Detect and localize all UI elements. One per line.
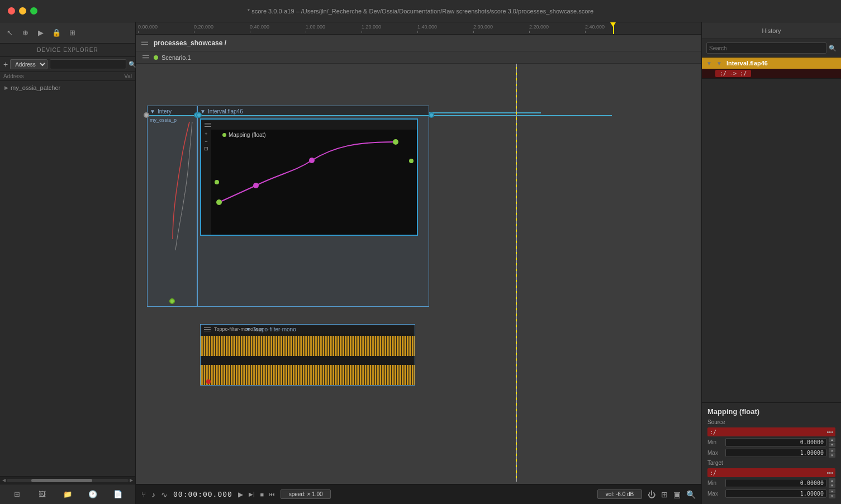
add-device-button[interactable]: + bbox=[3, 60, 8, 69]
scroll-track[interactable] bbox=[7, 479, 129, 482]
source-max-down-button[interactable]: ▼ bbox=[829, 453, 835, 458]
history-item-interval-flap46[interactable]: ▼ ▼ Interval.flap46 bbox=[702, 58, 841, 69]
source-label: Source bbox=[702, 418, 841, 426]
waveform-bar-1 bbox=[201, 336, 415, 356]
play-from-button[interactable]: ▶| bbox=[249, 491, 255, 497]
playhead-ruler-marker bbox=[613, 22, 614, 34]
target-max-down-button[interactable]: ▼ bbox=[829, 494, 835, 498]
folder-icon[interactable]: 📁 bbox=[63, 489, 73, 500]
play-button[interactable]: ▶ bbox=[238, 491, 243, 498]
source-min-up-button[interactable]: ▲ bbox=[829, 438, 835, 442]
mapping-menu-icon[interactable] bbox=[203, 122, 212, 128]
mapping-zoom-in-icon[interactable]: + bbox=[205, 131, 207, 137]
power-icon[interactable]: ⏻ bbox=[648, 490, 655, 499]
window-controls[interactable] bbox=[8, 7, 37, 15]
history-search-icon[interactable]: 🔍 bbox=[829, 45, 837, 52]
scroll-right-icon[interactable]: ▶ bbox=[130, 478, 133, 483]
mapping-zoom-out-icon[interactable]: − bbox=[205, 139, 207, 144]
history-subitem[interactable]: :/ -> :/ bbox=[702, 69, 841, 79]
clock-icon[interactable]: 🕐 bbox=[88, 489, 98, 500]
stop-button[interactable]: ■ bbox=[260, 491, 264, 498]
ruler-tick-8: 2:40.000 bbox=[585, 24, 605, 33]
grid-icon[interactable]: ⊞ bbox=[67, 28, 77, 38]
source-max-input[interactable] bbox=[725, 449, 826, 457]
source-dots-button[interactable]: ••• bbox=[826, 429, 833, 435]
target-min-up-button[interactable]: ▲ bbox=[829, 478, 835, 483]
right-search-row: 🔍 bbox=[702, 39, 841, 58]
col-value-label: Val bbox=[110, 73, 132, 79]
close-button[interactable] bbox=[8, 7, 15, 15]
score-header: processes_showcase / bbox=[136, 35, 701, 51]
horizontal-scrollbar: ◀ ▶ bbox=[0, 476, 135, 484]
tree-item-my-ossia-patcher[interactable]: ▶ my_ossia_patcher bbox=[0, 83, 135, 92]
cursor-icon[interactable]: ↖ bbox=[4, 28, 15, 38]
collapse-icon[interactable]: ▼ bbox=[150, 108, 155, 115]
target-min-down-button[interactable]: ▼ bbox=[829, 483, 835, 488]
device-search-input[interactable] bbox=[50, 59, 126, 69]
fork-icon[interactable]: ⑂ bbox=[141, 490, 146, 499]
lock-icon[interactable]: 🔒 bbox=[51, 28, 61, 38]
screen-icon[interactable]: ▣ bbox=[673, 490, 681, 499]
curve-icon[interactable]: ∿ bbox=[161, 490, 168, 499]
search-bottom-icon[interactable]: 🔍 bbox=[686, 490, 696, 499]
history-search-input[interactable] bbox=[706, 42, 826, 54]
audio-red-dot bbox=[206, 379, 211, 384]
timeline-start-handle[interactable] bbox=[144, 112, 149, 118]
grid-bottom-icon[interactable]: ⊞ bbox=[12, 489, 22, 500]
interval-flap46[interactable]: ▼ Interval.flap46 + − ⊡ bbox=[197, 106, 429, 307]
return-button[interactable]: ⏮ bbox=[269, 491, 275, 497]
interval-intery-bottom-handle[interactable] bbox=[169, 298, 175, 304]
mapping-fit-icon[interactable]: ⊡ bbox=[204, 146, 208, 151]
image-icon[interactable]: 🖼 bbox=[37, 489, 47, 500]
target-max-input[interactable] bbox=[725, 489, 826, 498]
left-sidebar: ↖ ⊕ ▶ 🔒 ⊞ DEVICE EXPLORER + Address 🔍 Ad… bbox=[0, 22, 136, 504]
audio-block-toppo[interactable]: Toppo-filter-mono.wav bbox=[200, 324, 415, 386]
menu-icon[interactable] bbox=[140, 40, 149, 46]
vol-display[interactable]: vol: -6.0 dB bbox=[597, 489, 642, 499]
ruler-tick-5: 1:40.000 bbox=[417, 24, 437, 33]
target-min-input[interactable] bbox=[725, 479, 826, 487]
target-max-spinner: ▲ ▼ bbox=[829, 489, 835, 498]
address-dropdown[interactable]: Address bbox=[10, 59, 47, 69]
speed-display[interactable]: speed: × 1.00 bbox=[281, 489, 331, 499]
scenario-menu-icon[interactable] bbox=[141, 54, 150, 60]
history-list: ▼ ▼ Interval.flap46 :/ -> :/ bbox=[702, 58, 841, 79]
minimize-button[interactable] bbox=[19, 7, 26, 15]
history-title: History bbox=[762, 27, 781, 34]
history-item-icon: ▼ bbox=[716, 60, 723, 66]
source-max-up-button[interactable]: ▲ bbox=[829, 448, 835, 453]
ruler-tick-1: 0:20.000 bbox=[194, 24, 213, 33]
scroll-left-icon[interactable]: ◀ bbox=[2, 478, 6, 483]
history-path-badge: :/ -> :/ bbox=[715, 70, 751, 77]
music-icon[interactable]: ♪ bbox=[151, 490, 155, 499]
waveform-noise-1 bbox=[201, 336, 415, 356]
intery-curve-svg bbox=[148, 116, 197, 284]
ruler-tick-3: 1:00.000 bbox=[306, 24, 325, 33]
target-value: :/ bbox=[710, 470, 716, 476]
interval-intery[interactable]: ▼ Intery my_ossia_p bbox=[147, 106, 197, 307]
audio-menu-icon[interactable] bbox=[203, 326, 212, 332]
toppo-collapse-icon[interactable]: ▼ bbox=[245, 326, 251, 332]
maximize-button[interactable] bbox=[30, 7, 37, 15]
mapping-title-label: Mapping (float) bbox=[222, 132, 266, 138]
document-icon[interactable]: 📄 bbox=[113, 489, 123, 500]
target-dots-button[interactable]: ••• bbox=[826, 469, 833, 476]
interval-flap46-right-handle[interactable] bbox=[429, 112, 434, 118]
source-min-input[interactable] bbox=[725, 438, 826, 446]
mapping-canvas: Mapping (float) bbox=[211, 130, 417, 235]
mapping-title-dot bbox=[222, 133, 226, 137]
mixer-icon[interactable]: ⊞ bbox=[661, 490, 668, 499]
target-max-up-button[interactable]: ▲ bbox=[829, 489, 835, 493]
play-icon[interactable]: ▶ bbox=[36, 28, 46, 38]
col-address-label: Address bbox=[3, 73, 110, 79]
interval-flap46-left-handle[interactable] bbox=[196, 112, 202, 118]
history-item-label: Interval.flap46 bbox=[726, 60, 768, 66]
target-label: Target bbox=[702, 459, 841, 467]
ruler-tick-2: 0:40.000 bbox=[250, 24, 269, 33]
device-table-header: Address Val bbox=[0, 72, 135, 81]
waveform-bar-2 bbox=[201, 365, 415, 385]
right-panel-header: History bbox=[702, 22, 841, 39]
mapping-float-box[interactable]: + − ⊡ Mapping (float) bbox=[200, 118, 418, 236]
add-icon[interactable]: ⊕ bbox=[20, 28, 30, 38]
source-min-down-button[interactable]: ▼ bbox=[829, 443, 835, 447]
